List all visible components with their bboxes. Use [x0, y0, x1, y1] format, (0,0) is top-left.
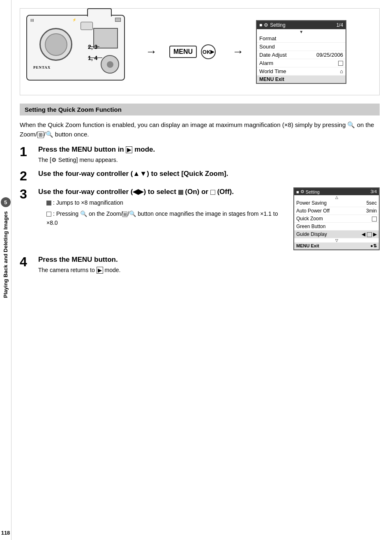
step-2-content: Use the four-way controller (▲▼) to sele…: [38, 169, 380, 182]
wrench-icon: ⚙: [264, 22, 268, 28]
arrow-right-2: →: [232, 45, 244, 58]
camera-top-bump: [87, 8, 112, 16]
label-14: 1, 4: [88, 55, 97, 61]
sm-header-left: ■ ⚙ Setting: [296, 189, 320, 194]
date-value: 09/25/2006: [316, 52, 343, 58]
step-3-title: Use the four-way controller (◀▶) to sele…: [38, 187, 287, 196]
powersaving-value: 5sec: [367, 200, 377, 206]
setting-footer-top: MENU Exit: [257, 76, 346, 83]
menu-button-label: MENU: [169, 46, 197, 58]
step-3: 3 Use the four-way controller (◀▶) to se…: [20, 187, 380, 250]
step-4-number: 4: [20, 255, 32, 275]
camera-lens-inner: [45, 33, 67, 56]
diagram-box: |||| ⚡ PENTAX 2, 3: [20, 8, 380, 95]
alarm-label: Alarm: [259, 60, 273, 66]
arrow-down-top: ▼: [257, 29, 346, 35]
step-1: 1 Press the MENU button in ▶ mode. The […: [20, 145, 380, 164]
greenbutton-label: Green Button: [296, 224, 325, 229]
pentax-logo: PENTAX: [33, 65, 51, 69]
sm-row-powersaving: Power Saving 5sec: [294, 199, 379, 207]
setting-menu-header: ■ ⚙ Setting 1/4: [257, 21, 346, 29]
alarm-value: [338, 60, 343, 66]
step-1-title: Press the MENU button in ▶ mode.: [38, 145, 380, 154]
autopoweroff-label: Auto Power Off: [296, 208, 330, 214]
step-3-body: : Jumps to ×8 magnification : Pressing 🔍…: [46, 198, 287, 227]
step-4-title: Press the MENU button.: [38, 255, 380, 264]
menu-ok-buttons: MENU OK▶: [169, 44, 216, 59]
sm-footer-right: ●⇅: [370, 243, 377, 249]
camera-icon-header: ■: [259, 22, 262, 28]
date-label: Date Adjust: [259, 52, 287, 58]
sm-row-quickzoom: Quick Zoom: [294, 215, 379, 223]
setting-page: 1/4: [336, 22, 343, 28]
step-2-title: Use the four-way controller (▲▼) to sele…: [38, 169, 380, 178]
sm-row-autopoweroff: Auto Power Off 3min: [294, 207, 379, 215]
setting-row-sound: Sound: [257, 43, 346, 51]
guidedisplay-label: Guide Display: [296, 231, 327, 237]
setting-icon-step1: ⚙: [51, 157, 57, 163]
step-1-body: The [⚙ Setting] menu appears.: [38, 156, 380, 164]
step-4-content: Press the MENU button. The camera return…: [38, 255, 380, 275]
setting-header-left: ■ ⚙ Setting: [259, 22, 286, 28]
format-label: Format: [259, 35, 276, 42]
step-3-menu: ■ ⚙ Setting 3/4 △ Power Saving 5sec: [293, 187, 380, 250]
ok-button-label: OK▶: [201, 44, 216, 59]
step-3-inner: Use the four-way controller (◀▶) to sele…: [38, 187, 380, 250]
step-3-content: Use the four-way controller (◀▶) to sele…: [38, 187, 380, 250]
quickzoom-value: [372, 216, 377, 222]
zoom-icon-text2: 🔍: [46, 131, 53, 138]
chapter-number: 5: [1, 197, 11, 207]
dpad-center: [107, 61, 113, 68]
arrow-right: →: [145, 45, 157, 58]
mode-icon: [115, 18, 121, 22]
section-header: Setting the Quick Zoom Function: [20, 104, 380, 115]
dpad-area: [101, 55, 119, 74]
zoom-icon-text: 🔍: [347, 121, 355, 128]
step-4-body: The camera returns to ▶ mode.: [38, 266, 380, 275]
step-3-number: 3: [20, 187, 32, 250]
camera-flash: [81, 22, 93, 30]
camera-illustration: |||| ⚡ PENTAX 2, 3: [26, 15, 133, 89]
sm-camera-icon: ■: [296, 189, 299, 194]
setting-row-worldtime: World Time⌂: [257, 67, 346, 76]
label-23: 2, 3: [88, 44, 97, 50]
setting-row-format: Format: [257, 35, 346, 43]
setting-row-alarm: Alarm: [257, 59, 346, 67]
worldtime-label: World Time: [259, 68, 286, 74]
sm-footer: MENU Exit ●⇅: [294, 242, 379, 249]
worldtime-value: ⌂: [340, 68, 343, 74]
sound-label: Sound: [259, 44, 275, 50]
setting-row-date: Date Adjust09/25/2006: [257, 51, 346, 59]
camera-indicator-row: |||| ⚡: [27, 18, 124, 22]
step-4: 4 Press the MENU button. The camera retu…: [20, 255, 380, 275]
pointer-line-23: [88, 46, 99, 47]
step-3-text: Use the four-way controller (◀▶) to sele…: [38, 187, 287, 250]
sm-page: 3/4: [371, 189, 377, 194]
step-1-content: Press the MENU button in ▶ mode. The [⚙ …: [38, 145, 380, 164]
sm-footer-left: MENU Exit: [296, 243, 319, 249]
step-2: 2 Use the four-way controller (▲▼) to se…: [20, 169, 380, 182]
sm-arrow-down: ▽: [294, 238, 379, 242]
intro-text: When the Quick Zoom function is enabled,…: [20, 120, 380, 139]
setting-menu-top: ■ ⚙ Setting 1/4 ▼ Format Sound Date Adju…: [256, 20, 346, 84]
step-3-bullet-empty: : Pressing 🔍 on the Zoom/⊞/🔍 button once…: [46, 209, 287, 228]
step-3-bullet-checked: : Jumps to ×8 magnification: [46, 198, 287, 207]
sm-row-guidedisplay: Guide Display ◀ ▶: [294, 231, 379, 238]
step-2-number: 2: [20, 169, 32, 182]
setting-header-sm: ■ ⚙ Setting 3/4: [294, 188, 379, 195]
dpad: [101, 55, 119, 74]
side-tab: 5 Playing Back and Deleting Images 118: [0, 0, 12, 540]
main-content: |||| ⚡ PENTAX 2, 3: [12, 0, 392, 540]
powersaving-label: Power Saving: [296, 200, 327, 206]
autopoweroff-value: 3min: [366, 208, 377, 214]
step-1-number: 1: [20, 145, 32, 164]
setting-title: Setting: [270, 22, 285, 28]
pointer-line-14: [88, 58, 102, 58]
chapter-title: Playing Back and Deleting Images: [2, 211, 9, 298]
setting-menu-sm: ■ ⚙ Setting 3/4 △ Power Saving 5sec: [293, 187, 380, 250]
sm-arrow-up: △: [294, 195, 379, 199]
guidedisplay-value: ◀ ▶: [362, 231, 377, 237]
sm-wrench-icon: ⚙: [300, 189, 304, 194]
quickzoom-label: Quick Zoom: [296, 216, 323, 222]
sm-title: Setting: [306, 189, 320, 194]
